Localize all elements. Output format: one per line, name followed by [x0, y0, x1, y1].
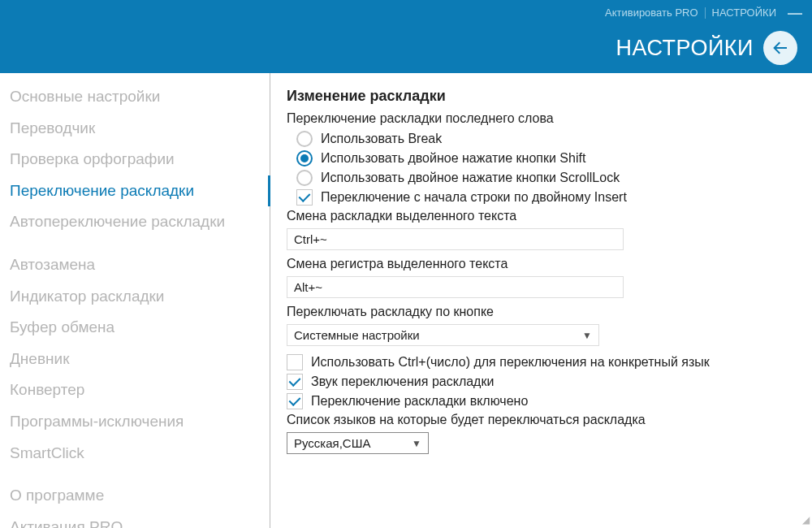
- select-value: Системные настройки: [294, 328, 420, 342]
- checkbox-icon: [296, 189, 313, 206]
- radio-use-break[interactable]: Использовать Break: [296, 131, 796, 147]
- sel-layout-label: Смена раскладки выделенного текста: [287, 209, 796, 223]
- switch-button-label: Переключать раскладку по кнопке: [287, 305, 796, 319]
- checkbox-label: Переключение с начала строки по двойному…: [321, 190, 627, 205]
- settings-link[interactable]: НАСТРОЙКИ: [712, 6, 776, 19]
- radio-label: Использовать Break: [321, 132, 442, 146]
- sidebar-item[interactable]: Переключение раскладки: [0, 175, 270, 207]
- checkbox-icon: [287, 393, 303, 409]
- radio-label: Использовать двойное нажатие кнопки Shif…: [321, 151, 585, 166]
- checkbox-icon: [287, 354, 303, 370]
- sel-case-label: Смена регистра выделенного текста: [287, 257, 796, 271]
- lang-list-select[interactable]: Русская,США ▼: [287, 432, 429, 454]
- content: Изменение раскладки Переключение расклад…: [270, 73, 812, 528]
- sidebar-item[interactable]: О программе: [0, 480, 270, 512]
- radio-icon: [296, 170, 313, 186]
- sidebar-item[interactable]: Индикатор раскладки: [0, 281, 270, 313]
- switch-button-select[interactable]: Системные настройки ▼: [287, 324, 599, 346]
- last-word-label: Переключение раскладки последнего слова: [287, 111, 796, 126]
- sidebar: Основные настройкиПереводчикПроверка орф…: [0, 73, 270, 528]
- body: Основные настройкиПереводчикПроверка орф…: [0, 73, 812, 528]
- check-sound[interactable]: Звук переключения раскладки: [287, 374, 796, 390]
- header: Активировать PRO НАСТРОЙКИ — НАСТРОЙКИ: [0, 0, 812, 73]
- minimize-button[interactable]: —: [788, 10, 802, 16]
- radio-use-shift[interactable]: Использовать двойное нажатие кнопки Shif…: [296, 150, 796, 167]
- sidebar-item[interactable]: Дневник: [0, 344, 270, 375]
- checkbox-label: Переключение раскладки включено: [311, 394, 528, 409]
- sidebar-item[interactable]: Переводчик: [0, 113, 270, 145]
- sidebar-item[interactable]: Основные настройки: [0, 81, 270, 113]
- chevron-down-icon: ▼: [582, 330, 592, 341]
- radio-label: Использовать двойное нажатие кнопки Scro…: [321, 171, 620, 185]
- checkbox-icon: [287, 374, 303, 390]
- sidebar-item[interactable]: Конвертер: [0, 374, 270, 406]
- sidebar-item[interactable]: Программы-исключения: [0, 406, 270, 438]
- radio-use-scrolllock[interactable]: Использовать двойное нажатие кнопки Scro…: [296, 170, 796, 186]
- topbar: Активировать PRO НАСТРОЙКИ —: [605, 6, 802, 19]
- arrow-left-icon: [771, 38, 790, 58]
- select-value: Русская,США: [294, 436, 370, 450]
- sel-case-input[interactable]: Alt+~: [287, 276, 624, 298]
- checkbox-label: Использовать Ctrl+(число) для переключен…: [311, 355, 710, 370]
- separator: [705, 7, 706, 19]
- activate-pro-link[interactable]: Активировать PRO: [605, 6, 698, 19]
- page-title: НАСТРОЙКИ: [616, 36, 754, 61]
- sel-layout-input[interactable]: Ctrl+~: [287, 228, 624, 250]
- sidebar-item[interactable]: SmartClick: [0, 438, 270, 470]
- title-row: НАСТРОЙКИ: [616, 31, 797, 65]
- chevron-down-icon: ▼: [412, 438, 421, 449]
- checkbox-label: Звук переключения раскладки: [311, 374, 494, 389]
- check-ctrl-num[interactable]: Использовать Ctrl+(число) для переключен…: [287, 354, 796, 370]
- check-insert[interactable]: Переключение с начала строки по двойному…: [296, 189, 796, 206]
- check-enabled[interactable]: Переключение раскладки включено: [287, 393, 796, 409]
- lang-list-label: Список языков на которые будет переключа…: [287, 413, 796, 427]
- section-heading: Изменение раскладки: [287, 88, 796, 105]
- sidebar-item[interactable]: Буфер обмена: [0, 312, 270, 344]
- radio-icon: [296, 131, 313, 147]
- sidebar-item[interactable]: Проверка орфографии: [0, 144, 270, 175]
- sidebar-item[interactable]: Автопереключение раскладки: [0, 206, 270, 238]
- sidebar-item[interactable]: Активация PRO: [0, 512, 270, 528]
- sidebar-item[interactable]: Автозамена: [0, 249, 270, 281]
- radio-icon: [296, 150, 313, 167]
- back-button[interactable]: [763, 31, 797, 65]
